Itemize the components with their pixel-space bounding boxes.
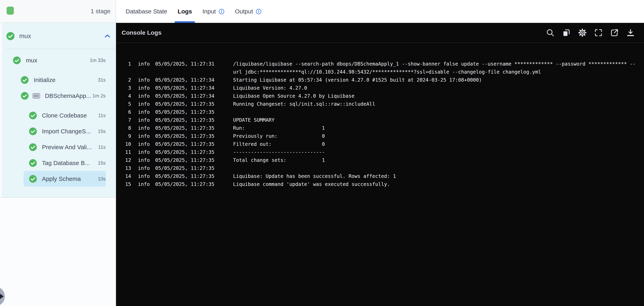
- log-timestamp: 05/05/2025, 11:27:35: [155, 133, 233, 139]
- expand-panel-button[interactable]: [0, 286, 5, 306]
- log-line-number: 2: [116, 77, 131, 83]
- success-check-icon: [20, 76, 29, 84]
- log-line: 8 info 05/05/2025, 11:27:35 Run: 1: [116, 124, 644, 132]
- step-row-initialize[interactable]: Initialize 31s: [2, 72, 116, 88]
- info-icon: [218, 9, 224, 14]
- log-level: info: [138, 117, 150, 123]
- log-timestamp: 05/05/2025, 11:27:35: [155, 101, 233, 107]
- log-line-number: 5: [116, 101, 131, 107]
- step-duration: 11s: [98, 144, 106, 150]
- success-check-icon: [13, 56, 21, 64]
- success-check-icon: [29, 111, 37, 120]
- log-message: Liquibase Version: 4.27.0: [233, 85, 307, 91]
- success-check-icon: [29, 159, 37, 167]
- step-row-preview-and-vali[interactable]: Preview And Vali... 11s: [2, 139, 116, 155]
- log-timestamp: 05/05/2025, 11:27:35: [155, 181, 233, 187]
- log-message: UPDATE SUMMARY: [233, 117, 274, 123]
- step-duration: 15s: [98, 129, 106, 134]
- log-line: 13 info 05/05/2025, 11:27:35: [116, 164, 644, 172]
- log-line: 12 info 05/05/2025, 11:27:35 Total chang…: [116, 156, 644, 164]
- step-row-clone-codebase[interactable]: Clone Codebase 11s: [2, 107, 116, 123]
- log-level: info: [138, 61, 150, 67]
- log-message: Run: 1: [233, 125, 325, 131]
- log-timestamp: 05/05/2025, 11:27:35: [155, 109, 233, 115]
- step-label: DBSchemaApp...: [45, 92, 91, 99]
- step-duration: 15s: [98, 160, 106, 166]
- step-row-tag-database-b[interactable]: Tag Database B... 15s: [2, 155, 116, 171]
- step-row-apply-schema[interactable]: Apply Schema 10s: [2, 171, 116, 187]
- log-message: url jdbc:**************ql://10.103.244.9…: [233, 69, 541, 75]
- step-label: Initialize: [34, 77, 56, 83]
- log-line-number: 15: [116, 181, 131, 187]
- step-row-mux[interactable]: mux 1m 33s: [2, 52, 116, 68]
- log-line-number: 9: [116, 133, 131, 139]
- search-icon[interactable]: [546, 28, 555, 37]
- log-level: info: [138, 77, 150, 83]
- stage-tree-panel: mux mux 1m 33s Initialize 31s DB: [2, 23, 116, 197]
- chevron-up-icon[interactable]: [104, 34, 111, 38]
- step-duration: 10s: [98, 176, 106, 182]
- log-level: info: [138, 149, 150, 155]
- execution-sidebar: 1 stage mux mux 1m 33s: [0, 0, 116, 306]
- success-check-icon: [6, 32, 15, 40]
- log-message: Filtered out: 0: [233, 141, 325, 147]
- log-level: info: [138, 165, 150, 171]
- main-area: Database State Logs Input Output Console…: [116, 0, 644, 306]
- console-panel: Console Logs: [116, 23, 644, 306]
- log-line: 4 info 05/05/2025, 11:27:34 Liquibase Op…: [116, 92, 644, 100]
- log-level: info: [138, 157, 150, 163]
- log-line-number: 11: [116, 149, 131, 155]
- step-duration: 31s: [98, 77, 106, 83]
- step-label: mux: [26, 57, 37, 64]
- step-label: Preview And Vali...: [42, 144, 92, 151]
- step-tree: mux 1m 33s Initialize 31s DBSchemaApp...…: [2, 49, 116, 187]
- log-line-number: 1: [116, 61, 131, 67]
- log-line: 3 info 05/05/2025, 11:27:34 Liquibase Ve…: [116, 84, 644, 92]
- tab-label: Database State: [126, 8, 167, 15]
- log-message: Starting Liquibase at 05:57:34 (version …: [233, 77, 482, 83]
- stage-status-chip[interactable]: [6, 6, 14, 15]
- stage-tree-header[interactable]: mux: [2, 23, 116, 49]
- log-timestamp: 05/05/2025, 11:27:35: [155, 165, 233, 171]
- step-duration: 1m 2s: [92, 93, 106, 99]
- log-level: info: [138, 85, 150, 91]
- step-duration: 11s: [98, 113, 106, 118]
- tab-logs[interactable]: Logs: [178, 0, 192, 23]
- log-line: 5 info 05/05/2025, 11:27:35 Running Chan…: [116, 100, 644, 108]
- detail-tabs: Database State Logs Input Output: [116, 0, 644, 23]
- log-level: info: [138, 101, 150, 107]
- step-label: Tag Database B...: [42, 160, 90, 166]
- log-timestamp: 05/05/2025, 11:27:35: [155, 125, 233, 131]
- success-check-icon: [29, 143, 37, 151]
- log-level: info: [138, 125, 150, 131]
- log-line-number: 3: [116, 85, 131, 91]
- download-icon[interactable]: [626, 28, 635, 37]
- log-timestamp: 05/05/2025, 11:27:34: [155, 77, 233, 83]
- copy-icon[interactable]: [562, 28, 571, 37]
- fullscreen-icon[interactable]: [594, 28, 603, 37]
- log-level: info: [138, 93, 150, 99]
- log-line: 2 info 05/05/2025, 11:27:34 Starting Liq…: [116, 76, 644, 84]
- play-arrow-icon: [0, 294, 4, 299]
- tab-output[interactable]: Output: [235, 0, 262, 23]
- tab-input[interactable]: Input: [202, 0, 224, 23]
- log-message: -------------------------------: [233, 149, 325, 155]
- info-icon: [256, 9, 262, 14]
- log-timestamp: 05/05/2025, 11:27:35: [155, 173, 233, 179]
- log-level: info: [138, 141, 150, 147]
- open-in-new-icon[interactable]: [610, 28, 619, 37]
- log-line: 14 info 05/05/2025, 11:27:35 Liquibase: …: [116, 172, 644, 180]
- step-label: Import ChangeS...: [42, 128, 91, 135]
- success-check-icon: [29, 175, 37, 183]
- log-line-number: 14: [116, 173, 131, 179]
- step-row-dbschemaapp[interactable]: DBSchemaApp... 1m 2s: [2, 88, 116, 104]
- step-row-import-changes[interactable]: Import ChangeS... 15s: [2, 123, 116, 139]
- log-line: 15 info 05/05/2025, 11:27:35 Liquibase c…: [116, 180, 644, 188]
- log-line-number: 10: [116, 141, 131, 147]
- console-toolbar: [546, 28, 635, 37]
- pipeline-stage-bar: 1 stage: [0, 0, 116, 23]
- settings-icon[interactable]: [578, 28, 587, 37]
- log-timestamp: 05/05/2025, 11:27:35: [155, 157, 233, 163]
- log-timestamp: 05/05/2025, 11:27:31: [155, 61, 233, 67]
- tab-database-state[interactable]: Database State: [126, 0, 167, 23]
